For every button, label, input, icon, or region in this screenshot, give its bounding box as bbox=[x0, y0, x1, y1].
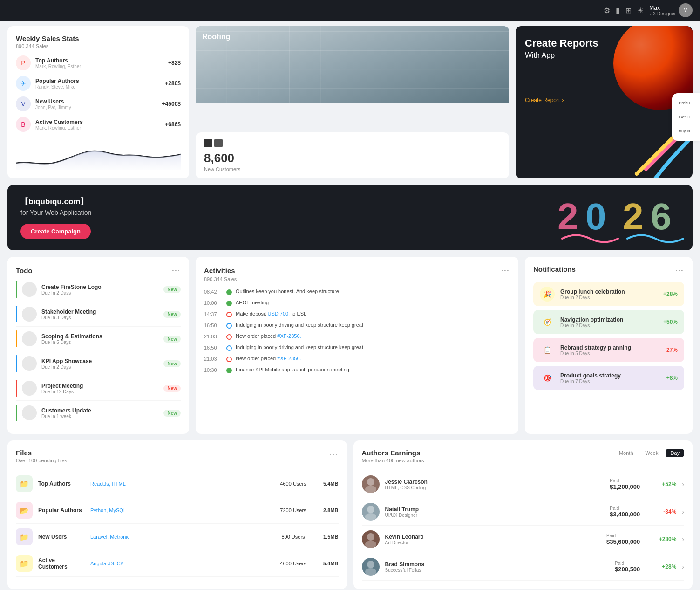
create-campaign-button[interactable]: Create Campaign bbox=[20, 224, 91, 239]
authors-list: Jessie Clarcson HTML, CSS Coding Paid $1… bbox=[362, 471, 685, 581]
author-role: Art Director bbox=[385, 540, 601, 545]
todo-badge: New bbox=[163, 286, 181, 293]
sidebar-item-geth[interactable]: Get H... bbox=[676, 112, 696, 122]
activities-menu-btn[interactable]: ⋯ bbox=[501, 265, 510, 275]
author-earnings: Paid $3,400,000 bbox=[610, 506, 640, 518]
activity-link[interactable]: #XF-2356. bbox=[277, 356, 301, 361]
sales-item-info: Popular Authors Randy, Steve, Mike bbox=[35, 78, 160, 89]
todo-info: Scoping & Estimations Due In 5 Days bbox=[41, 333, 159, 345]
arrow-icon[interactable]: › bbox=[682, 563, 684, 570]
todo-item-name: Stakeholder Meeting bbox=[41, 309, 159, 315]
todo-bar bbox=[16, 405, 17, 421]
todo-bar bbox=[16, 330, 17, 347]
author-role: Successful Fellas bbox=[385, 568, 610, 573]
author-item: Jessie Clarcson HTML, CSS Coding Paid $1… bbox=[362, 471, 685, 498]
file-item: 📁 Top Authors ReactJs, HTML 4600 Users 5… bbox=[16, 471, 339, 497]
sales-item-icon: V bbox=[16, 96, 31, 111]
activity-item: 14:37 Make deposit USD 700. to ESL bbox=[204, 311, 510, 317]
activity-dot bbox=[226, 368, 232, 373]
activity-time: 10:30 bbox=[204, 367, 223, 373]
main-content: Weekly Sales Stats 890,344 Sales P Top A… bbox=[0, 21, 700, 590]
file-tags: Laravel, Metronic bbox=[90, 534, 272, 540]
files-subtitle: Over 100 pending files bbox=[16, 458, 67, 463]
todo-badge: New bbox=[163, 385, 181, 392]
activity-dot bbox=[226, 334, 232, 340]
sales-item-sub: Randy, Steve, Mike bbox=[35, 84, 160, 89]
activity-text: New order placed #XF-2356. bbox=[236, 333, 510, 339]
author-role: UI/UX Designer bbox=[385, 513, 605, 518]
activity-item: 21:03 New order placed #XF-2356. bbox=[204, 333, 510, 340]
notification-icon: 🧭 bbox=[540, 315, 555, 329]
author-change: +230% bbox=[653, 536, 676, 542]
author-role: HTML, CSS Coding bbox=[385, 485, 605, 490]
files-card: Files Over 100 pending files ⋯ 📁 Top Aut… bbox=[7, 440, 347, 589]
notification-due: Due In 2 Days bbox=[560, 295, 658, 300]
settings-icon[interactable]: ☀ bbox=[637, 6, 644, 15]
file-item: 📁 Active Customers AngularJS, C# 4600 Us… bbox=[16, 550, 339, 577]
author-earnings: Paid $35,600,000 bbox=[606, 533, 640, 545]
author-item: Kevin Leonard Art Director Paid $35,600,… bbox=[362, 526, 685, 553]
row-4: Files Over 100 pending files ⋯ 📁 Top Aut… bbox=[7, 440, 693, 589]
sidebar-item-prebu[interactable]: Prebu... bbox=[676, 98, 696, 108]
file-tags: ReactJs, HTML bbox=[90, 481, 272, 487]
svg-text:6: 6 bbox=[651, 196, 672, 237]
weekly-sales-card: Weekly Sales Stats 890,344 Sales P Top A… bbox=[7, 26, 189, 178]
files-menu-btn[interactable]: ⋯ bbox=[329, 449, 339, 459]
todo-bar bbox=[16, 355, 17, 372]
notification-item: 🎉 Group lunch celebration Due In 2 Days … bbox=[533, 282, 684, 306]
author-avatar bbox=[362, 475, 380, 493]
paid-value: $200,500 bbox=[615, 566, 640, 573]
todo-badge: New bbox=[163, 336, 181, 343]
grid-icon[interactable]: ⊞ bbox=[625, 6, 632, 15]
activity-text: AEOL meeting bbox=[236, 300, 510, 305]
customer-icons bbox=[204, 139, 501, 147]
activity-time: 21:03 bbox=[204, 356, 223, 362]
file-icon: 📁 bbox=[16, 528, 33, 545]
file-icon: 📁 bbox=[16, 475, 33, 492]
file-name: Active Customers bbox=[38, 557, 85, 570]
author-change: +28% bbox=[653, 563, 676, 570]
todo-item-due: Due In 5 Days bbox=[41, 340, 159, 345]
arrow-icon[interactable]: › bbox=[682, 480, 684, 488]
avatar[interactable]: M bbox=[679, 3, 693, 17]
file-users: 4600 Users bbox=[277, 561, 310, 566]
file-tags: Python, MySQL bbox=[90, 508, 272, 513]
todo-item: KPI App Showcase Due In 2 Days New bbox=[16, 351, 181, 376]
tab-day[interactable]: Day bbox=[666, 449, 684, 457]
activity-text: New order placed #XF-2356. bbox=[236, 356, 510, 361]
tab-month[interactable]: Month bbox=[614, 449, 638, 457]
search-icon[interactable]: ⚙ bbox=[604, 6, 610, 15]
todo-badge: New bbox=[163, 360, 181, 367]
svg-point-17 bbox=[365, 513, 376, 521]
notification-icon: 📋 bbox=[540, 343, 555, 357]
create-report-link[interactable]: Create Report › bbox=[525, 97, 564, 103]
reports-card: Create Reports With App Create Report › bbox=[516, 26, 693, 178]
sales-item-sub: Mark, Rowling, Esther bbox=[35, 125, 160, 130]
todo-bar bbox=[16, 281, 17, 298]
activity-item: 08:42 Outlines keep you honest. And keep… bbox=[204, 288, 510, 295]
author-info: Jessie Clarcson HTML, CSS Coding bbox=[385, 479, 605, 490]
sidebar-item-buyn[interactable]: Buy N... bbox=[676, 126, 696, 136]
notifications-menu-btn[interactable]: ⋯ bbox=[675, 265, 684, 275]
notification-due: Due In 5 Days bbox=[560, 351, 659, 356]
row-2: 【biqubiqu.com】 for Your Web Application … bbox=[7, 185, 693, 250]
arrow-icon[interactable]: › bbox=[682, 535, 684, 543]
notification-name: Product goals strategy bbox=[560, 372, 661, 379]
campaign-decoration: 2 0 2 6 bbox=[553, 185, 693, 250]
todo-menu-btn[interactable]: ⋯ bbox=[171, 265, 181, 275]
notifications-card: Notifications ⋯ 🎉 Group lunch celebratio… bbox=[525, 257, 693, 434]
author-item: Brad Simmons Successful Fellas Paid $200… bbox=[362, 553, 685, 581]
icon-medium bbox=[214, 139, 223, 147]
author-item: Natali Trump UI/UX Designer Paid $3,400,… bbox=[362, 498, 685, 526]
svg-point-15 bbox=[365, 486, 376, 493]
svg-point-20 bbox=[367, 561, 374, 568]
notification-item: 🧭 Navigation optimization Due In 2 Days … bbox=[533, 310, 684, 334]
arrow-icon[interactable]: › bbox=[682, 508, 684, 515]
sales-item: P Top Authors Mark, Rowling, Esther +82$ bbox=[16, 55, 181, 70]
author-avatar bbox=[362, 558, 380, 576]
activity-link[interactable]: USD 700. bbox=[267, 311, 290, 316]
activity-link[interactable]: #XF-2356. bbox=[277, 333, 301, 339]
tab-week[interactable]: Week bbox=[641, 449, 663, 457]
user-profile[interactable]: Max UX Designer M bbox=[649, 3, 693, 17]
author-name: Brad Simmons bbox=[385, 561, 610, 568]
